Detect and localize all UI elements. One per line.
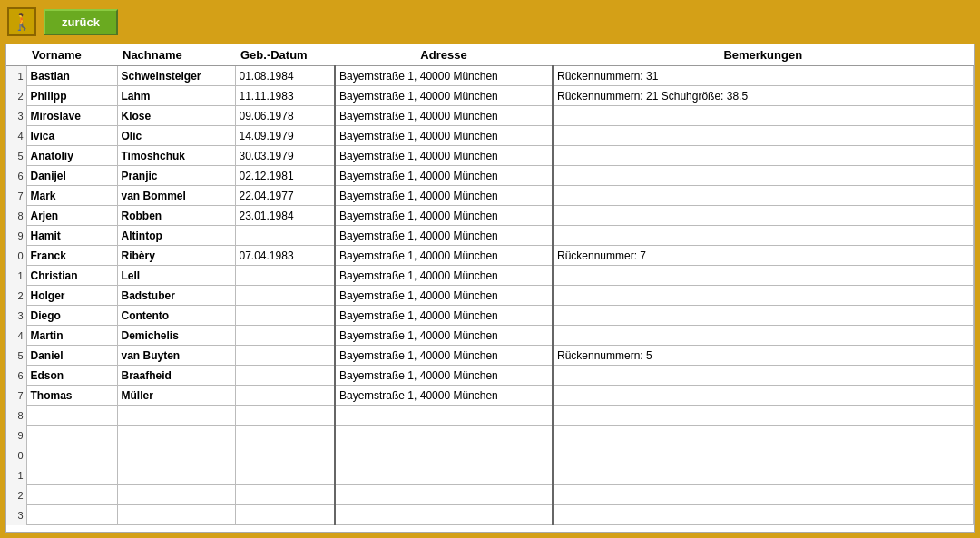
table-row[interactable]: 5Danielvan BuytenBayernstraße 1, 40000 M… [6, 346, 974, 366]
cell-nachname[interactable]: Contento [117, 306, 235, 326]
cell-adresse[interactable]: Bayernstraße 1, 40000 München [335, 126, 553, 146]
cell-bemerkungen[interactable] [553, 505, 974, 525]
cell-nachname[interactable]: Lahm [117, 86, 235, 106]
cell-datum[interactable] [235, 465, 335, 485]
table-row[interactable]: 3DiegoContentoBayernstraße 1, 40000 Münc… [6, 306, 974, 326]
cell-nachname[interactable]: Schweinsteiger [117, 66, 235, 86]
cell-bemerkungen[interactable] [553, 126, 974, 146]
cell-bemerkungen[interactable] [553, 426, 974, 445]
cell-datum[interactable]: 09.06.1978 [235, 106, 335, 126]
cell-vorname[interactable] [26, 485, 117, 505]
cell-nachname[interactable]: Ribèry [117, 246, 235, 266]
cell-vorname[interactable]: Mark [26, 186, 117, 206]
table-row[interactable]: 5AnatoliyTimoshchuk30.03.1979Bayernstraß… [6, 146, 974, 166]
cell-adresse[interactable]: Bayernstraße 1, 40000 München [335, 306, 553, 326]
cell-bemerkungen[interactable] [553, 406, 974, 426]
table-row[interactable]: 0FranckRibèry07.04.1983Bayernstraße 1, 4… [6, 246, 974, 266]
cell-bemerkungen[interactable] [553, 146, 974, 166]
cell-bemerkungen[interactable]: Rückennummern: 31 [553, 66, 974, 86]
cell-vorname[interactable]: Edson [26, 366, 117, 386]
cell-datum[interactable] [235, 406, 335, 426]
cell-datum[interactable] [235, 505, 335, 525]
cell-datum[interactable] [235, 266, 335, 286]
cell-nachname[interactable] [117, 505, 235, 525]
table-row[interactable]: 9HamitAltintopBayernstraße 1, 40000 Münc… [6, 226, 974, 246]
cell-bemerkungen[interactable]: Rückennummern: 5 [553, 346, 974, 366]
cell-bemerkungen[interactable] [553, 306, 974, 326]
cell-adresse[interactable]: Bayernstraße 1, 40000 München [335, 166, 553, 186]
cell-datum[interactable] [235, 326, 335, 346]
cell-adresse[interactable]: Bayernstraße 1, 40000 München [335, 326, 553, 346]
cell-adresse[interactable]: Bayernstraße 1, 40000 München [335, 386, 553, 406]
table-row[interactable]: 6EdsonBraafheidBayernstraße 1, 40000 Mün… [6, 366, 974, 386]
cell-adresse[interactable]: Bayernstraße 1, 40000 München [335, 346, 553, 366]
cell-vorname[interactable]: Bastian [26, 66, 117, 86]
cell-datum[interactable] [235, 366, 335, 386]
cell-adresse[interactable]: Bayernstraße 1, 40000 München [335, 186, 553, 206]
table-row[interactable]: 4MartinDemichelisBayernstraße 1, 40000 M… [6, 326, 974, 346]
cell-adresse[interactable]: Bayernstraße 1, 40000 München [335, 106, 553, 126]
table-row[interactable]: 1 [6, 465, 974, 485]
cell-vorname[interactable]: Diego [26, 306, 117, 326]
cell-datum[interactable]: 11.11.1983 [235, 86, 335, 106]
cell-datum[interactable] [235, 306, 335, 326]
cell-datum[interactable]: 02.12.1981 [235, 166, 335, 186]
table-row[interactable]: 6DanijelPranjic02.12.1981Bayernstraße 1,… [6, 166, 974, 186]
cell-datum[interactable] [235, 426, 335, 445]
cell-adresse[interactable]: Bayernstraße 1, 40000 München [335, 246, 553, 266]
cell-datum[interactable] [235, 485, 335, 505]
cell-bemerkungen[interactable] [553, 166, 974, 186]
cell-bemerkungen[interactable] [553, 186, 974, 206]
cell-adresse[interactable]: Bayernstraße 1, 40000 München [335, 226, 553, 246]
cell-nachname[interactable]: Müller [117, 386, 235, 406]
cell-adresse[interactable]: Bayernstraße 1, 40000 München [335, 366, 553, 386]
cell-bemerkungen[interactable] [553, 106, 974, 126]
cell-nachname[interactable]: Robben [117, 206, 235, 226]
cell-vorname[interactable]: Christian [26, 266, 117, 286]
table-row[interactable]: 8 [6, 406, 974, 426]
cell-bemerkungen[interactable] [553, 286, 974, 306]
table-row[interactable]: 3MiroslaveKlose09.06.1978Bayernstraße 1,… [6, 106, 974, 126]
cell-vorname[interactable]: Arjen [26, 206, 117, 226]
cell-bemerkungen[interactable] [553, 266, 974, 286]
cell-nachname[interactable] [117, 406, 235, 426]
cell-bemerkungen[interactable] [553, 206, 974, 226]
table-row[interactable]: 8ArjenRobben23.01.1984Bayernstraße 1, 40… [6, 206, 974, 226]
cell-adresse[interactable]: Bayernstraße 1, 40000 München [335, 66, 553, 86]
cell-adresse[interactable]: Bayernstraße 1, 40000 München [335, 206, 553, 226]
cell-bemerkungen[interactable]: Rückennummern: 21 Schuhgröße: 38.5 [553, 86, 974, 106]
cell-nachname[interactable] [117, 426, 235, 445]
cell-adresse[interactable] [335, 426, 553, 445]
cell-adresse[interactable] [335, 406, 553, 426]
cell-datum[interactable]: 22.04.1977 [235, 186, 335, 206]
cell-nachname[interactable]: van Buyten [117, 346, 235, 366]
cell-nachname[interactable]: Braafheid [117, 366, 235, 386]
cell-bemerkungen[interactable] [553, 485, 974, 505]
back-button[interactable]: zurück [44, 9, 118, 35]
cell-datum[interactable] [235, 286, 335, 306]
cell-adresse[interactable] [335, 485, 553, 505]
cell-adresse[interactable] [335, 465, 553, 485]
cell-vorname[interactable]: Miroslave [26, 106, 117, 126]
cell-nachname[interactable]: Klose [117, 106, 235, 126]
cell-bemerkungen[interactable] [553, 445, 974, 465]
cell-datum[interactable]: 07.04.1983 [235, 246, 335, 266]
cell-vorname[interactable]: Daniel [26, 346, 117, 366]
cell-datum[interactable]: 30.03.1979 [235, 146, 335, 166]
cell-vorname[interactable] [26, 445, 117, 465]
cell-vorname[interactable]: Holger [26, 286, 117, 306]
table-row[interactable]: 1BastianSchweinsteiger01.08.1984Bayernst… [6, 66, 974, 86]
cell-nachname[interactable]: Altintop [117, 226, 235, 246]
table-row[interactable]: 7Markvan Bommel22.04.1977Bayernstraße 1,… [6, 186, 974, 206]
cell-datum[interactable]: 23.01.1984 [235, 206, 335, 226]
cell-datum[interactable]: 01.08.1984 [235, 66, 335, 86]
cell-nachname[interactable] [117, 465, 235, 485]
cell-nachname[interactable]: Demichelis [117, 326, 235, 346]
cell-bemerkungen[interactable] [553, 465, 974, 485]
cell-vorname[interactable] [26, 426, 117, 445]
cell-nachname[interactable]: Timoshchuk [117, 146, 235, 166]
cell-nachname[interactable]: van Bommel [117, 186, 235, 206]
cell-nachname[interactable]: Lell [117, 266, 235, 286]
cell-vorname[interactable] [26, 505, 117, 525]
cell-vorname[interactable]: Hamit [26, 226, 117, 246]
